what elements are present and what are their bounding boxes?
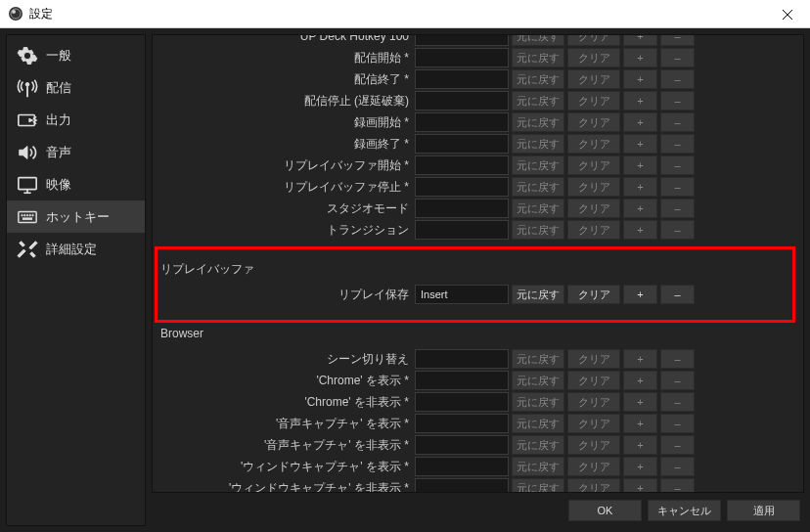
hotkey-input[interactable] (415, 349, 509, 369)
add-button[interactable]: + (623, 134, 657, 154)
revert-button[interactable]: 元に戻す (512, 435, 564, 455)
remove-button[interactable]: – (660, 199, 695, 218)
add-button[interactable]: + (623, 69, 657, 89)
remove-button[interactable]: – (660, 371, 695, 390)
hotkey-input[interactable] (415, 199, 509, 218)
add-button[interactable]: + (623, 414, 657, 433)
hotkey-input[interactable] (415, 457, 509, 476)
add-button[interactable]: + (623, 371, 657, 390)
revert-button[interactable]: 元に戻す (512, 48, 564, 67)
clear-button[interactable]: クリア (567, 199, 620, 218)
revert-button[interactable]: 元に戻す (512, 478, 564, 492)
sidebar-item-stream[interactable]: 配信 (7, 71, 145, 104)
add-button[interactable]: + (623, 435, 657, 455)
hotkey-input[interactable] (415, 155, 509, 175)
hotkey-input[interactable] (415, 35, 509, 46)
remove-button[interactable]: – (660, 35, 695, 46)
hotkey-input[interactable] (415, 69, 509, 89)
add-button[interactable]: + (623, 199, 657, 218)
clear-button[interactable]: クリア (567, 177, 620, 197)
hotkey-input[interactable]: Insert (415, 285, 509, 304)
revert-button[interactable]: 元に戻す (512, 285, 564, 304)
remove-button[interactable]: – (660, 155, 695, 175)
sidebar-item-audio[interactable]: 音声 (7, 136, 145, 168)
remove-button[interactable]: – (660, 220, 695, 240)
clear-button[interactable]: クリア (567, 91, 620, 111)
remove-button[interactable]: – (660, 478, 695, 492)
revert-button[interactable]: 元に戻す (512, 371, 564, 390)
clear-button[interactable]: クリア (567, 48, 620, 67)
sidebar-item-hotkeys[interactable]: ホットキー (7, 200, 145, 233)
add-button[interactable]: + (623, 35, 657, 46)
revert-button[interactable]: 元に戻す (512, 392, 564, 412)
clear-button[interactable]: クリア (567, 414, 620, 433)
remove-button[interactable]: – (660, 69, 695, 89)
add-button[interactable]: + (623, 478, 657, 492)
remove-button[interactable]: – (660, 112, 695, 132)
hotkey-input[interactable] (415, 478, 509, 492)
hotkey-input[interactable] (415, 134, 509, 154)
hotkey-input[interactable] (415, 371, 509, 390)
ok-button[interactable]: OK (568, 500, 642, 521)
sidebar-item-video[interactable]: 映像 (7, 168, 145, 200)
close-button[interactable] (765, 0, 810, 28)
sidebar-item-output[interactable]: 出力 (7, 104, 145, 136)
clear-button[interactable]: クリア (567, 349, 620, 369)
revert-button[interactable]: 元に戻す (512, 349, 564, 369)
clear-button[interactable]: クリア (567, 155, 620, 175)
add-button[interactable]: + (623, 285, 657, 304)
clear-button[interactable]: クリア (567, 220, 620, 240)
revert-button[interactable]: 元に戻す (512, 177, 564, 197)
add-button[interactable]: + (623, 457, 657, 476)
sidebar-item-advanced[interactable]: 詳細設定 (7, 233, 145, 265)
remove-button[interactable]: – (660, 414, 695, 433)
revert-button[interactable]: 元に戻す (512, 69, 564, 89)
add-button[interactable]: + (623, 392, 657, 412)
clear-button[interactable]: クリア (567, 134, 620, 154)
clear-button[interactable]: クリア (567, 112, 620, 132)
remove-button[interactable]: – (660, 134, 695, 154)
revert-button[interactable]: 元に戻す (512, 112, 564, 132)
hotkey-input[interactable] (415, 48, 509, 67)
revert-button[interactable]: 元に戻す (512, 457, 564, 476)
clear-button[interactable]: クリア (567, 371, 620, 390)
sidebar-item-general[interactable]: 一般 (7, 39, 145, 71)
remove-button[interactable]: – (660, 285, 695, 304)
remove-button[interactable]: – (660, 177, 695, 197)
hotkey-input[interactable] (415, 414, 509, 433)
clear-button[interactable]: クリア (567, 435, 620, 455)
revert-button[interactable]: 元に戻す (512, 199, 564, 218)
add-button[interactable]: + (623, 349, 657, 369)
remove-button[interactable]: – (660, 91, 695, 111)
hotkey-input[interactable] (415, 91, 509, 111)
remove-button[interactable]: – (660, 349, 695, 369)
add-button[interactable]: + (623, 155, 657, 175)
remove-button[interactable]: – (660, 435, 695, 455)
add-button[interactable]: + (623, 177, 657, 197)
hotkey-input[interactable] (415, 112, 509, 132)
apply-button[interactable]: 適用 (727, 500, 800, 521)
remove-button[interactable]: – (660, 457, 695, 476)
remove-button[interactable]: – (660, 48, 695, 67)
add-button[interactable]: + (623, 112, 657, 132)
hotkey-input[interactable] (415, 392, 509, 412)
cancel-button[interactable]: キャンセル (648, 500, 721, 521)
revert-button[interactable]: 元に戻す (512, 220, 564, 240)
remove-button[interactable]: – (660, 392, 695, 412)
add-button[interactable]: + (623, 48, 657, 67)
clear-button[interactable]: クリア (567, 35, 620, 46)
clear-button[interactable]: クリア (567, 457, 620, 476)
hotkey-input[interactable] (415, 220, 509, 240)
clear-button[interactable]: クリア (567, 285, 620, 304)
clear-button[interactable]: クリア (567, 478, 620, 492)
add-button[interactable]: + (623, 91, 657, 111)
revert-button[interactable]: 元に戻す (512, 414, 564, 433)
revert-button[interactable]: 元に戻す (512, 155, 564, 175)
add-button[interactable]: + (623, 220, 657, 240)
revert-button[interactable]: 元に戻す (512, 91, 564, 111)
revert-button[interactable]: 元に戻す (512, 134, 564, 154)
hotkey-input[interactable] (415, 177, 509, 197)
revert-button[interactable]: 元に戻す (512, 35, 564, 46)
hotkey-input[interactable] (415, 435, 509, 455)
clear-button[interactable]: クリア (567, 392, 620, 412)
